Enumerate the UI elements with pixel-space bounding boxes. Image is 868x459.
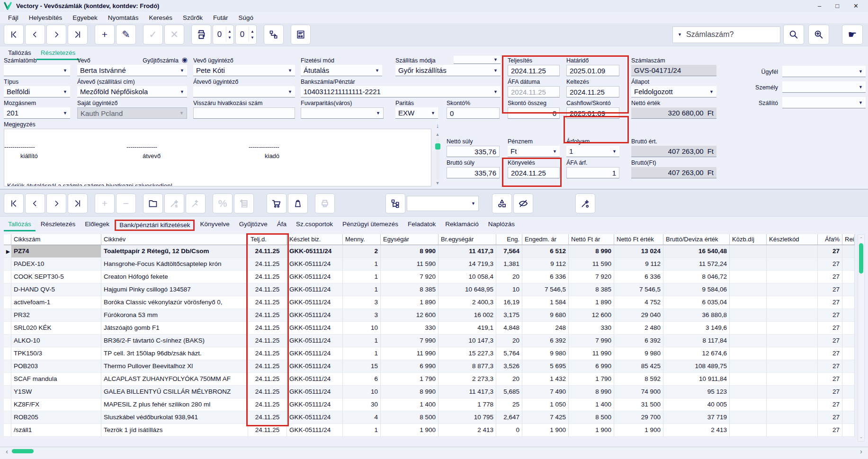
cell-keszlet-biz[interactable]: GKK-05111/24 — [287, 335, 343, 347]
cell-kozbdij[interactable] — [730, 398, 767, 411]
cell-keszletkod[interactable] — [767, 347, 818, 360]
cell-cikknev[interactable]: Toalettpapír 2 Rétegű, 12 Db/Csom — [101, 245, 248, 258]
cell-bregysegar[interactable]: 10 147,3 — [438, 335, 496, 347]
table-row[interactable]: Y1SW GALEA BILLENTYŰ CSILLÁR MÉLYBRONZ 2… — [4, 386, 855, 398]
col-header-teljd[interactable]: Telj.d. — [248, 234, 287, 245]
cell-menny[interactable]: 6 — [343, 373, 381, 386]
cell-rei[interactable] — [842, 411, 855, 424]
grid-tab-reszletezes[interactable]: Részletezés — [36, 219, 80, 231]
cell-keszletkod[interactable] — [767, 386, 818, 398]
konyveles-input[interactable]: 2024.11.25 — [508, 167, 560, 178]
cell-cikkszam[interactable]: PADEX-10 — [11, 258, 101, 271]
cell-cikknev[interactable]: MAPESIL Z plus fehér szilikon 280 ml — [101, 398, 248, 411]
cell-netto-ft-ar[interactable]: 11 990 — [569, 347, 614, 360]
cell-menny[interactable]: 4 — [343, 411, 381, 424]
megjegyzes-textarea[interactable]: ----------------------------------------… — [4, 129, 431, 186]
spin-down-icon[interactable]: ▼ — [251, 35, 254, 40]
cell-teljd[interactable]: 24.11.25 — [248, 309, 287, 322]
cell-netto-ft-ertek[interactable]: 9 980 — [614, 347, 663, 360]
cell-brutto-deviza[interactable]: 10 911,84 — [663, 373, 730, 386]
afa-arf-input[interactable]: 1 — [566, 167, 619, 178]
hide-columns-button[interactable] — [513, 194, 533, 213]
cell-brutto-deviza[interactable]: 2 413 — [663, 424, 730, 437]
cell-cikkszam[interactable]: COOK SEPT30-5 — [11, 271, 101, 283]
cell-cikknev[interactable]: Hajgumi Pinky csillogó 134587 — [101, 283, 248, 296]
cell-rei[interactable] — [842, 309, 855, 322]
cell-menny[interactable]: 3 — [343, 296, 381, 309]
col-header-brutto-deviza[interactable]: Bruttó/Deviza érték — [663, 234, 730, 245]
fizetesi-mod-select[interactable]: Átutalás▼ — [301, 65, 382, 76]
cell-brutto-deviza[interactable]: 16 540,48 — [663, 245, 730, 258]
cell-eng[interactable]: 20 — [496, 335, 522, 347]
cell-cikkszam[interactable]: POB203 — [11, 360, 101, 373]
table-row[interactable]: POB203 Thermo Pullover Beevitalhoz Xl 24… — [4, 360, 855, 373]
szallitas-modja-extra-select[interactable]: ▼ — [454, 56, 501, 64]
col-header-netto-ft-ar[interactable]: Nettó Ft ár — [569, 234, 614, 245]
col-header-keszletkod[interactable]: Készletkód — [767, 234, 818, 245]
menu-item[interactable]: Nyomtatás — [103, 13, 144, 22]
cell-cikknev[interactable]: Fúrókorona 53 mm — [101, 309, 248, 322]
cell-netto-ft-ar[interactable]: 330 — [569, 322, 614, 335]
skonto-osszeg-input[interactable]: 0 — [508, 107, 560, 119]
cell-kozbdij[interactable] — [730, 386, 767, 398]
cell-keszletkod[interactable] — [767, 271, 818, 283]
scroll-right-icon[interactable]: › — [857, 447, 865, 455]
table-row[interactable]: SRL020 KÉK Játszóajtó gomb F1 24.11.25 G… — [4, 322, 855, 335]
penznem-select[interactable]: Ft▼ — [508, 146, 560, 157]
cell-eng[interactable]: 20 — [496, 271, 522, 283]
cell-engedm-ar[interactable]: 7 490 — [522, 386, 569, 398]
table-row[interactable]: COOK SEPT30-5 Creaton Hófogó fekete 24.1… — [4, 271, 855, 283]
cell-teljd[interactable]: 24.11.25 — [248, 386, 287, 398]
cell-keszlet-biz[interactable]: GKK-05111/24 — [287, 245, 343, 258]
cell-engedm-ar[interactable]: 6 336 — [522, 271, 569, 283]
memo-scroll-thumb[interactable] — [435, 143, 440, 150]
cell-egysegar[interactable]: 1 900 — [381, 424, 438, 437]
cell-afa[interactable]: 27 — [818, 424, 842, 437]
cell-rei[interactable] — [842, 373, 855, 386]
cell-afa[interactable]: 27 — [818, 296, 842, 309]
cell-egysegar[interactable]: 11 590 — [381, 258, 438, 271]
keltezes-input[interactable]: 2024.11.25 — [566, 86, 619, 97]
spin-down-icon[interactable]: ▼ — [228, 35, 232, 40]
cell-cikkszam[interactable]: PZ74 — [11, 245, 101, 258]
col-header-cikkszam[interactable]: Cikkszám — [11, 234, 101, 245]
cell-keszlet-biz[interactable]: GKK-05111/24 — [287, 398, 343, 411]
cell-engedm-ar[interactable]: 7 425 — [522, 411, 569, 424]
cell-kozbdij[interactable] — [730, 347, 767, 360]
previous-record-button[interactable] — [25, 25, 45, 44]
cell-rei[interactable] — [842, 398, 855, 411]
cell-brutto-deviza[interactable]: 12 674,6 — [663, 347, 730, 360]
cell-rei[interactable] — [842, 271, 855, 283]
cell-keszletkod[interactable] — [767, 296, 818, 309]
cell-netto-ft-ertek[interactable]: 4 752 — [614, 296, 663, 309]
cell-bregysegar[interactable]: 11 417,3 — [438, 386, 496, 398]
cell-netto-ft-ar[interactable]: 8 990 — [569, 386, 614, 398]
cell-bregysegar[interactable]: 14 719,3 — [438, 258, 496, 271]
minimize-button[interactable]: – — [818, 2, 821, 9]
skonto-pct-input[interactable]: 0 — [447, 107, 500, 119]
cell-egysegar[interactable]: 1 400 — [381, 398, 438, 411]
add-record-button[interactable]: + — [95, 25, 115, 44]
cell-keszletkod[interactable] — [767, 411, 818, 424]
print-button[interactable] — [191, 25, 211, 44]
col-header-egysegar[interactable]: Egységár — [381, 234, 438, 245]
grid-last-button[interactable] — [68, 194, 88, 213]
cell-menny[interactable]: 2 — [343, 245, 381, 258]
cell-brutto-deviza[interactable]: 8 117,84 — [663, 335, 730, 347]
cell-engedm-ar[interactable]: 6 512 — [522, 245, 569, 258]
cell-rei[interactable] — [842, 245, 855, 258]
cell-engedm-ar[interactable]: 1 900 — [522, 424, 569, 437]
cell-bregysegar[interactable]: 10 795 — [438, 411, 496, 424]
cell-netto-ft-ertek[interactable]: 7 546,5 — [614, 283, 663, 296]
cell-keszlet-biz[interactable]: GKK-05111/24 — [287, 271, 343, 283]
table-vertical-scrollbar[interactable]: ⌃ ⌄ — [858, 234, 865, 441]
horizontal-scroll-thumb[interactable] — [12, 449, 34, 453]
cell-netto-ft-ar[interactable]: 8 500 — [569, 411, 614, 424]
cell-netto-ft-ar[interactable]: 6 990 — [569, 360, 614, 373]
cell-eng[interactable]: 7,564 — [496, 245, 522, 258]
atvevo-select[interactable]: Mezőföld Népfőiskola▼ — [77, 86, 187, 97]
workflow-button[interactable] — [264, 25, 284, 44]
col-header-engedm-ar[interactable]: Engedm. ár — [522, 234, 569, 245]
cell-brutto-deviza[interactable]: 108 489,75 — [663, 360, 730, 373]
cell-keszlet-biz[interactable]: GKK-05111/24 — [287, 296, 343, 309]
